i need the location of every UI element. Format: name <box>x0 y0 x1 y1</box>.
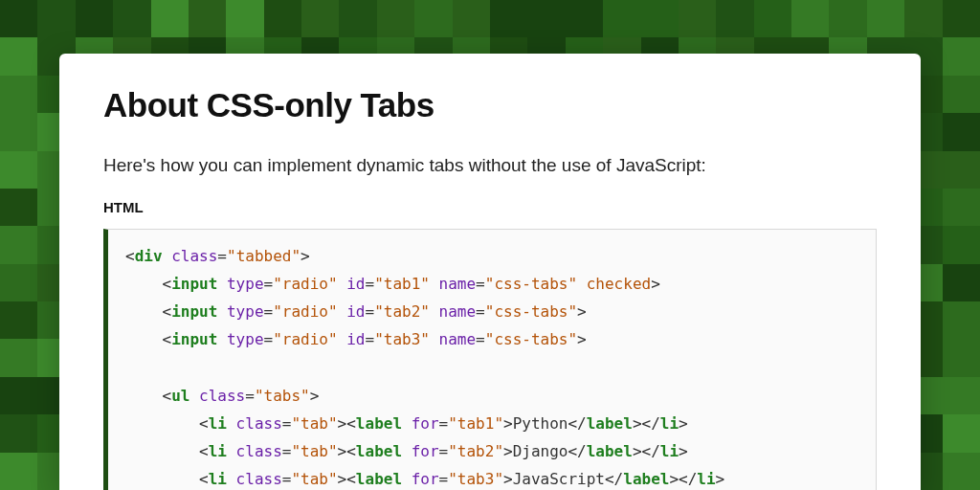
code-token: "css-tabs" <box>485 302 577 321</box>
code-token <box>227 414 236 433</box>
code-token: label <box>587 442 633 460</box>
code-token: >< <box>338 414 356 433</box>
code-token: "tab2" <box>374 302 430 321</box>
code-token: div <box>135 247 163 265</box>
code-token: < <box>163 330 172 348</box>
code-token: > <box>310 387 320 405</box>
code-token <box>217 275 227 293</box>
code-token: > <box>577 330 587 348</box>
code-token: = <box>476 330 485 348</box>
code-token: "tab3" <box>448 470 503 488</box>
code-token: li <box>209 442 227 460</box>
code-token <box>402 442 412 460</box>
code-token: li <box>660 414 679 433</box>
code-token: li <box>697 470 715 488</box>
code-token <box>430 302 439 321</box>
code-token <box>338 302 347 321</box>
code-token: Django <box>513 442 568 460</box>
code-token: < <box>163 302 172 321</box>
code-token: id <box>346 275 365 293</box>
code-token <box>430 275 439 293</box>
code-token: "tab" <box>291 414 337 433</box>
code-token <box>227 442 236 460</box>
code-token: </ <box>568 442 586 460</box>
content-card: About CSS-only Tabs Here's how you can i… <box>59 54 921 490</box>
code-token: "radio" <box>273 275 337 293</box>
code-token: type <box>227 330 264 348</box>
code-token: = <box>264 330 274 348</box>
code-token: > <box>503 442 513 460</box>
code-token: label <box>356 414 402 433</box>
code-token: "tabbed" <box>227 247 301 265</box>
code-token <box>189 387 199 405</box>
code-token: input <box>171 275 217 293</box>
code-token: for <box>412 442 439 460</box>
code-token: "css-tabs" <box>485 275 577 293</box>
code-token: > <box>503 414 513 433</box>
code-token: id <box>346 302 365 321</box>
code-section-label: HTML <box>103 199 877 215</box>
code-token: < <box>125 247 135 265</box>
code-token: input <box>171 330 217 348</box>
code-token: for <box>412 414 439 433</box>
code-token: input <box>171 302 217 321</box>
code-token: "radio" <box>273 330 337 348</box>
code-content: <div class="tabbed"> <input type="radio"… <box>125 247 724 489</box>
code-token <box>402 470 412 488</box>
code-token: name <box>439 330 477 348</box>
code-token: > <box>679 442 688 460</box>
code-token: ></ <box>633 414 660 433</box>
code-token: "radio" <box>273 302 337 321</box>
code-token: label <box>587 414 633 433</box>
code-token <box>338 275 347 293</box>
code-token: = <box>366 330 375 348</box>
code-token: = <box>282 470 292 488</box>
code-token: = <box>439 442 449 460</box>
code-token: Python <box>513 414 568 433</box>
code-token: "tab" <box>291 470 337 488</box>
code-token: = <box>245 387 255 405</box>
code-token: class <box>236 442 282 460</box>
code-token: type <box>227 275 264 293</box>
page-title: About CSS-only Tabs <box>103 86 877 124</box>
code-token: >< <box>338 442 356 460</box>
code-token: checked <box>587 275 651 293</box>
code-token <box>227 470 236 488</box>
code-token: class <box>171 247 217 265</box>
code-token: class <box>199 387 245 405</box>
code-token: li <box>209 470 227 488</box>
code-token <box>577 275 587 293</box>
code-token: = <box>264 302 274 321</box>
code-token: = <box>439 470 449 488</box>
code-token: = <box>439 414 449 433</box>
code-token: "tab" <box>291 442 337 460</box>
code-token: < <box>199 414 209 433</box>
code-token: < <box>199 470 209 488</box>
code-token: li <box>660 442 679 460</box>
code-token: > <box>716 470 725 488</box>
code-token <box>217 330 227 348</box>
code-token: id <box>346 330 365 348</box>
code-token: label <box>356 470 402 488</box>
code-token: "tab3" <box>374 330 430 348</box>
code-token: < <box>163 275 172 293</box>
code-token: = <box>476 275 485 293</box>
code-token: ul <box>171 387 189 405</box>
code-token: = <box>366 275 375 293</box>
code-token <box>402 414 412 433</box>
code-token: > <box>651 275 660 293</box>
code-token: label <box>356 442 402 460</box>
code-token: = <box>366 302 375 321</box>
code-token: = <box>282 414 292 433</box>
code-token: > <box>679 414 688 433</box>
code-token: < <box>163 387 172 405</box>
code-token: "tab1" <box>448 414 503 433</box>
code-token: >< <box>338 470 356 488</box>
code-token: > <box>503 470 513 488</box>
code-token: = <box>217 247 227 265</box>
code-token: label <box>623 470 669 488</box>
code-token: = <box>476 302 485 321</box>
code-token <box>338 330 347 348</box>
code-token: name <box>439 302 477 321</box>
code-token: = <box>282 442 292 460</box>
